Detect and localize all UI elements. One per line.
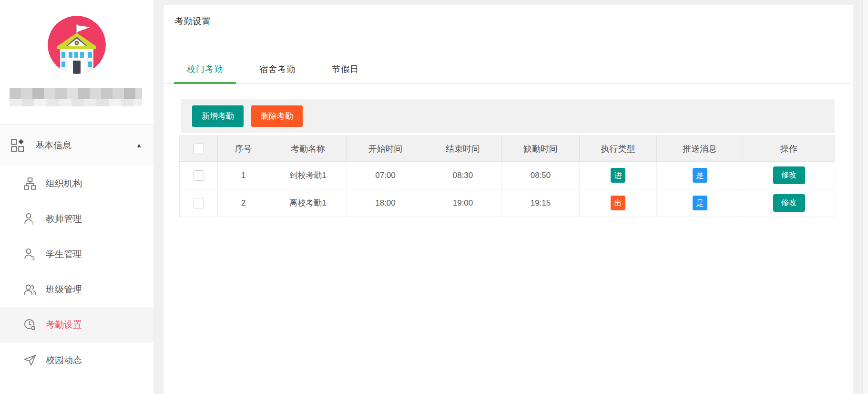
col-header-start-time: 开始时间 <box>347 136 424 162</box>
modify-button[interactable]: 修改 <box>773 166 805 184</box>
row-checkbox[interactable] <box>194 198 204 208</box>
cell-end-time: 08:30 <box>424 162 502 189</box>
table-toolbar: 新增考勤 删除考勤 <box>181 99 835 133</box>
sidebar-item-label: 校园动态 <box>46 354 82 366</box>
people-group-icon <box>23 283 37 296</box>
sidebar-group-basic-info[interactable]: 基本信息 ▲ <box>0 124 153 166</box>
table-row: 1 到校考勤1 07:00 08:30 08:50 进 是 修改 <box>180 162 835 189</box>
sidebar: 基本信息 ▲ 组织机构 <box>0 0 153 394</box>
table-header-row: 序号 考勤名称 开始时间 结束时间 缺勤时间 执行类型 推送消息 操作 <box>180 136 835 162</box>
redacted-school-name <box>10 88 142 106</box>
tab-dormitory-attendance[interactable]: 宿舍考勤 <box>246 55 308 83</box>
clock-gear-icon <box>23 318 37 332</box>
sidebar-item-label: 组织机构 <box>46 177 82 190</box>
sidebar-item-teachers[interactable]: T 教师管理 <box>0 201 153 237</box>
redacted-bar <box>10 88 142 99</box>
school-building-icon <box>48 16 106 74</box>
col-header-absent-time: 缺勤时间 <box>502 136 580 162</box>
cell-absent-time: 19:15 <box>502 189 580 217</box>
cell-no: 2 <box>218 189 269 217</box>
sidebar-item-label: 考勤设置 <box>46 319 82 331</box>
cell-absent-time: 08:50 <box>502 162 580 189</box>
sidebar-group-label: 基本信息 <box>35 139 71 152</box>
col-header-end-time: 结束时间 <box>424 136 502 162</box>
attendance-table-container: 序号 考勤名称 开始时间 结束时间 缺勤时间 执行类型 推送消息 操作 1 到 <box>179 135 835 217</box>
col-header-push-message: 推送消息 <box>657 136 743 162</box>
app-root: 基本信息 ▲ 组织机构 <box>0 0 868 394</box>
school-logo <box>48 16 106 74</box>
attendance-table: 序号 考勤名称 开始时间 结束时间 缺勤时间 执行类型 推送消息 操作 1 到 <box>179 135 835 217</box>
exec-type-badge: 出 <box>611 196 625 210</box>
col-header-exec-type: 执行类型 <box>580 136 657 162</box>
exec-type-badge: 进 <box>611 168 625 183</box>
svg-text:S: S <box>31 255 35 261</box>
sidebar-item-attendance-settings[interactable]: 考勤设置 <box>0 307 153 342</box>
col-header-actions: 操作 <box>743 136 835 162</box>
page-scrollbar-track[interactable] <box>862 0 868 394</box>
sidebar-item-label: 班级管理 <box>46 283 82 296</box>
sidebar-item-label: 学生管理 <box>46 248 82 260</box>
svg-text:T: T <box>31 220 35 226</box>
cell-start-time: 18:00 <box>347 189 424 217</box>
logo-container <box>0 0 153 74</box>
card-header: 考勤设置 <box>163 5 853 38</box>
col-header-name: 考勤名称 <box>269 136 347 162</box>
table-row: 2 离校考勤1 18:00 19:00 19:15 出 是 修改 <box>180 189 835 217</box>
sidebar-item-classes[interactable]: 班级管理 <box>0 272 153 307</box>
push-message-badge: 是 <box>693 168 707 183</box>
page-title: 考勤设置 <box>174 15 211 28</box>
grid-diamond-icon <box>10 138 25 153</box>
redacted-bar <box>10 99 142 106</box>
select-all-checkbox[interactable] <box>194 144 204 154</box>
content-card: 考勤设置 校门考勤 宿舍考勤 节假日 新增考勤 删除考勤 序号 <box>163 5 853 394</box>
col-header-no: 序号 <box>218 136 269 162</box>
row-checkbox[interactable] <box>194 170 204 181</box>
chevron-up-icon[interactable]: ▲ <box>136 142 142 149</box>
sidebar-item-organization[interactable]: 组织机构 <box>0 166 153 201</box>
cell-end-time: 19:00 <box>424 189 502 217</box>
sitemap-icon <box>23 177 37 190</box>
tab-school-gate-attendance[interactable]: 校门考勤 <box>174 55 236 83</box>
cell-name: 离校考勤1 <box>269 189 347 217</box>
teacher-person-icon: T <box>23 212 37 226</box>
cell-no: 1 <box>218 162 269 189</box>
delete-attendance-button[interactable]: 删除考勤 <box>251 105 303 127</box>
sidebar-menu: 组织机构 T 教师管理 S <box>0 166 153 378</box>
sidebar-item-campus-news[interactable]: 校园动态 <box>0 342 153 378</box>
student-person-icon: S <box>23 248 37 261</box>
cell-start-time: 07:00 <box>347 162 424 189</box>
sidebar-item-label: 教师管理 <box>46 213 82 225</box>
modify-button[interactable]: 修改 <box>773 194 805 212</box>
paper-plane-icon <box>23 353 37 367</box>
tab-holidays[interactable]: 节假日 <box>319 55 372 83</box>
sidebar-item-students[interactable]: S 学生管理 <box>0 237 153 272</box>
tab-bar: 校门考勤 宿舍考勤 节假日 <box>163 55 853 84</box>
add-attendance-button[interactable]: 新增考勤 <box>192 105 244 127</box>
push-message-badge: 是 <box>693 196 707 210</box>
cell-name: 到校考勤1 <box>269 162 347 189</box>
